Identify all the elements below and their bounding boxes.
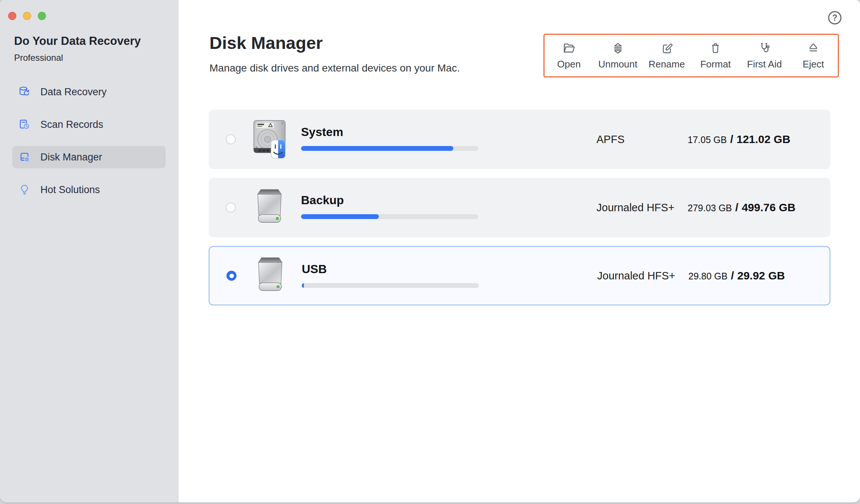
- toolbar-button-label: Eject: [803, 59, 824, 70]
- disk-row-system[interactable]: System APFS 17.05 GB / 121.02 GB: [209, 110, 830, 169]
- disk-radio-selected[interactable]: [226, 271, 236, 281]
- toolbar-button-label: Format: [700, 59, 731, 70]
- format-trash-icon: [708, 41, 722, 55]
- sidebar-item-label: Hot Solutions: [40, 184, 100, 196]
- app-window: Do Your Data Recovery Professional Data …: [0, 0, 860, 503]
- toolbar-button-label: First Aid: [747, 59, 782, 70]
- first-aid-stethoscope-icon: [757, 41, 771, 55]
- zoom-window-button[interactable]: [38, 12, 46, 20]
- disk-usage-bar-fill: [301, 146, 453, 151]
- disk-filesystem: Journaled HFS+: [597, 270, 675, 282]
- sidebar: Do Your Data Recovery Professional Data …: [0, 0, 179, 503]
- disk-row-usb[interactable]: USB Journaled HFS+ 29.80 GB / 29.92 GB: [209, 246, 830, 305]
- rename-button[interactable]: Rename: [642, 35, 691, 76]
- sidebar-item-label: Disk Manager: [40, 152, 102, 163]
- disk-usage-bar: [302, 283, 479, 288]
- unmount-button[interactable]: Unmount: [593, 35, 642, 76]
- internal-hdd-icon: [250, 118, 289, 160]
- sidebar-item-label: Data Recovery: [40, 86, 107, 98]
- disk-radio[interactable]: [226, 135, 236, 145]
- lightbulb-icon: [18, 183, 31, 196]
- page-subtitle: Manage disk drives and external devices …: [209, 62, 460, 74]
- size-separator: /: [731, 269, 734, 282]
- sidebar-item-label: Scan Records: [40, 119, 103, 130]
- disk-name: USB: [302, 262, 327, 276]
- disk-filesystem: Journaled HFS+: [596, 202, 674, 214]
- disk-total-space: 499.76 GB: [742, 201, 796, 214]
- disk-radio[interactable]: [226, 203, 236, 213]
- disk-usage-bar: [301, 214, 478, 219]
- toolbar-button-label: Rename: [648, 59, 685, 70]
- disk-actions-toolbar: Open Unmount Rename: [543, 34, 839, 77]
- disk-usage-bar-fill: [301, 214, 379, 219]
- disk-usage-bar: [301, 146, 478, 151]
- page-title: Disk Manager: [209, 33, 323, 53]
- eject-button[interactable]: Eject: [789, 35, 838, 76]
- eject-icon: [806, 41, 820, 55]
- disk-free-space: 279.03 GB: [688, 203, 732, 213]
- disk-size: 279.03 GB / 499.76 GB: [688, 201, 796, 214]
- disk-gear-icon: [18, 151, 31, 163]
- format-button[interactable]: Format: [691, 35, 740, 76]
- help-button[interactable]: ?: [828, 11, 841, 24]
- sidebar-item-disk-manager[interactable]: Disk Manager: [12, 146, 166, 168]
- disk-usage-bar-fill: [302, 283, 304, 288]
- disk-filesystem: APFS: [596, 133, 625, 146]
- disk-total-space: 29.92 GB: [737, 269, 785, 282]
- external-drive-icon: [251, 255, 290, 297]
- app-title: Do Your Data Recovery: [14, 34, 141, 48]
- database-recovery-icon: [18, 86, 31, 98]
- app-edition: Professional: [14, 53, 63, 63]
- size-separator: /: [730, 133, 733, 146]
- rename-edit-icon: [660, 41, 674, 55]
- close-window-button[interactable]: [8, 12, 16, 20]
- sidebar-item-scan-records[interactable]: Scan Records: [12, 113, 166, 136]
- document-clock-icon: [18, 118, 31, 131]
- toolbar-button-label: Open: [557, 59, 581, 70]
- toolbar-button-label: Unmount: [598, 59, 638, 70]
- question-mark-icon: ?: [832, 13, 837, 23]
- disk-free-space: 29.80 GB: [688, 271, 728, 282]
- first-aid-button[interactable]: First Aid: [740, 35, 789, 76]
- folder-open-icon: [562, 41, 576, 55]
- disk-total-space: 121.02 GB: [737, 133, 790, 146]
- unmount-icon: [611, 41, 625, 55]
- disk-size: 29.80 GB / 29.92 GB: [688, 269, 785, 282]
- external-drive-icon: [250, 186, 289, 229]
- sidebar-nav: Data Recovery Scan Records: [12, 81, 166, 201]
- open-button[interactable]: Open: [545, 35, 593, 76]
- disk-size: 17.05 GB / 121.02 GB: [688, 133, 790, 146]
- disk-free-space: 17.05 GB: [688, 135, 727, 145]
- disk-name: Backup: [301, 193, 344, 207]
- size-separator: /: [735, 201, 738, 214]
- traffic-lights: [8, 12, 46, 20]
- sidebar-item-hot-solutions[interactable]: Hot Solutions: [12, 179, 166, 201]
- minimize-window-button[interactable]: [23, 12, 31, 20]
- disk-row-backup[interactable]: Backup Journaled HFS+ 279.03 GB / 499.76…: [209, 178, 830, 237]
- sidebar-item-data-recovery[interactable]: Data Recovery: [12, 81, 166, 103]
- disk-name: System: [301, 125, 343, 139]
